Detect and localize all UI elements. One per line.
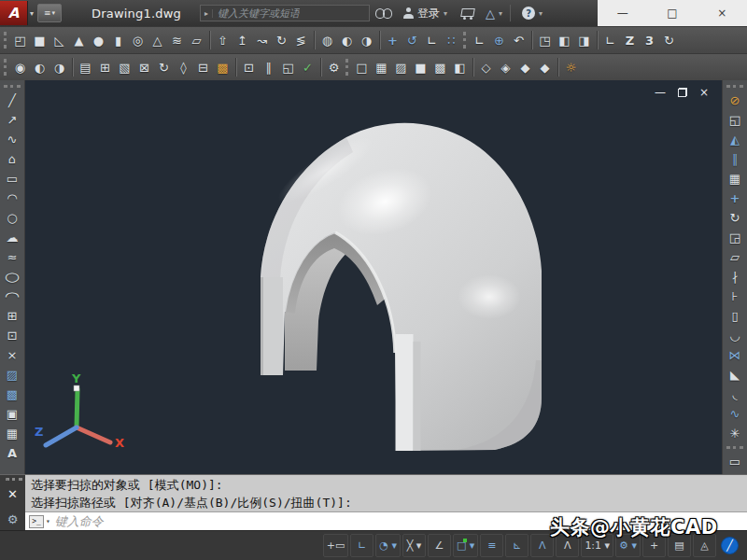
- hatch-icon[interactable]: ▨: [2, 365, 23, 385]
- visual-styles-manager-icon[interactable]: ⚙: [324, 57, 344, 78]
- vs-conceptual-icon[interactable]: ▩: [430, 57, 450, 78]
- osnap-tracking-icon[interactable]: ∠: [428, 534, 451, 557]
- toolbar-grip[interactable]: [4, 59, 7, 76]
- extrude-icon[interactable]: ⇧: [213, 30, 233, 51]
- search-input[interactable]: 键入关键字或短语: [213, 7, 300, 21]
- render-preset-medium-icon[interactable]: ◆: [515, 57, 535, 78]
- chevron-down-icon[interactable]: ▾: [46, 517, 50, 525]
- 3d-move-icon[interactable]: +: [383, 30, 402, 51]
- toolbar-grip[interactable]: [4, 85, 21, 88]
- pyramid-icon[interactable]: △: [148, 30, 167, 51]
- intersect-solids-icon[interactable]: ◑: [49, 57, 69, 78]
- revolve-icon[interactable]: ↻: [272, 30, 291, 51]
- create-block-icon[interactable]: ⊡: [2, 326, 23, 345]
- 3d-rotate-icon[interactable]: ↺: [402, 30, 422, 51]
- sphere-icon[interactable]: ●: [89, 30, 108, 51]
- vs-shaded-icon[interactable]: ◧: [450, 57, 470, 78]
- viewport-restore-button[interactable]: [678, 88, 687, 97]
- blend-curves-icon[interactable]: ∿: [725, 404, 746, 424]
- ucs-z-axis-icon[interactable]: Z: [620, 30, 640, 51]
- table-icon[interactable]: ▦: [2, 424, 23, 443]
- construction-line-icon[interactable]: ↗: [2, 110, 23, 130]
- copy-icon[interactable]: ◱: [725, 110, 746, 130]
- rotate-faces-icon[interactable]: ↻: [154, 57, 174, 78]
- presspull-icon[interactable]: ↥: [233, 30, 252, 51]
- rotate-icon[interactable]: ↻: [725, 208, 746, 228]
- break-icon[interactable]: ◡: [725, 326, 746, 345]
- ucs-face-icon[interactable]: ◳: [535, 30, 555, 51]
- chevron-down-icon[interactable]: ▾: [539, 9, 543, 18]
- insert-block-icon[interactable]: ⊞: [2, 306, 23, 326]
- box-icon[interactable]: ■: [30, 30, 49, 51]
- edit-polyline-icon[interactable]: ▭: [725, 452, 746, 471]
- check-icon[interactable]: ✓: [298, 57, 317, 78]
- circle-icon[interactable]: ○: [2, 208, 23, 228]
- planar-surface-icon[interactable]: ▱: [187, 30, 206, 51]
- revision-cloud-icon[interactable]: ☁: [2, 228, 23, 247]
- sweep-icon[interactable]: ↝: [252, 30, 272, 51]
- ortho-mode-icon[interactable]: ∟: [350, 534, 374, 557]
- arc-icon[interactable]: ◠: [2, 189, 23, 208]
- helix-icon[interactable]: ≋: [167, 30, 187, 51]
- line-icon[interactable]: ╱: [2, 91, 23, 110]
- join-icon[interactable]: ⋈: [725, 345, 746, 365]
- polyline-icon[interactable]: ∿: [2, 130, 23, 149]
- isometric-drafting-icon[interactable]: ╳ ▾: [402, 534, 426, 557]
- quick-access-customize-button[interactable]: ≡▾: [37, 4, 62, 22]
- lineweight-icon[interactable]: ≡: [480, 534, 503, 557]
- array-icon[interactable]: ▦: [725, 169, 746, 189]
- ellipse-icon[interactable]: ○: [2, 267, 23, 287]
- mirror-icon[interactable]: ◭: [725, 130, 746, 149]
- vs-realistic-icon[interactable]: ■: [411, 57, 430, 78]
- trim-icon[interactable]: ∤: [725, 267, 746, 287]
- maximize-button[interactable]: □: [647, 0, 697, 26]
- render-icon[interactable]: ☼: [561, 57, 581, 78]
- minimize-button[interactable]: —: [598, 0, 647, 26]
- chevron-down-icon[interactable]: ▾: [499, 9, 502, 18]
- object-snap-icon[interactable]: □ ▾: [453, 534, 478, 557]
- app-logo-button[interactable]: A: [0, 1, 28, 25]
- help-button[interactable]: ?: [522, 7, 535, 20]
- fillet-icon[interactable]: ◟: [725, 385, 746, 404]
- autodesk-360-icon[interactable]: △: [486, 7, 495, 21]
- torus-icon[interactable]: ◎: [128, 30, 148, 51]
- copy-faces-icon[interactable]: ⊟: [193, 57, 213, 78]
- graphics-performance-icon[interactable]: ╱: [718, 534, 741, 557]
- command-customize-wrench-icon[interactable]: ⚙: [0, 512, 25, 526]
- polar-tracking-icon[interactable]: ◔ ▾: [375, 534, 401, 557]
- color-faces-icon[interactable]: ▩: [213, 57, 233, 78]
- region-icon[interactable]: ▣: [2, 404, 23, 424]
- viewport-close-button[interactable]: ×: [699, 86, 709, 99]
- command-window-grip[interactable]: [6, 478, 22, 481]
- viewport-minimize-button[interactable]: —: [655, 86, 666, 99]
- erase-icon[interactable]: ⊘: [725, 91, 746, 110]
- wedge-icon[interactable]: ◺: [49, 30, 69, 51]
- move-icon[interactable]: +: [725, 189, 746, 208]
- vs-wireframe-icon[interactable]: ▦: [372, 57, 391, 78]
- extend-icon[interactable]: ⊦: [725, 287, 746, 306]
- shell-icon[interactable]: ◱: [278, 57, 298, 78]
- ucs-world-icon[interactable]: ⊕: [489, 30, 509, 51]
- app-menu-caret-icon[interactable]: ▾: [30, 9, 34, 18]
- dynamic-ucs-icon[interactable]: ⊾: [505, 534, 529, 557]
- move-faces-icon[interactable]: ⊞: [95, 57, 115, 78]
- drawing-viewport[interactable]: — ×: [25, 80, 722, 474]
- scale-icon[interactable]: ◲: [725, 228, 746, 247]
- command-input[interactable]: 键入命令: [55, 513, 104, 530]
- ucs-icon[interactable]: ∟: [470, 30, 489, 51]
- ucs-rotate-x-icon[interactable]: ↻: [659, 30, 679, 51]
- render-preset-high-icon[interactable]: ◆: [535, 57, 555, 78]
- multiline-text-icon[interactable]: A: [2, 443, 23, 463]
- spline-icon[interactable]: ≈: [2, 247, 23, 267]
- ucs-object-icon[interactable]: ◧: [555, 30, 574, 51]
- command-close-icon[interactable]: ✕: [0, 487, 25, 501]
- toolbar-grip[interactable]: [726, 446, 743, 449]
- union-solids-icon[interactable]: ◉: [10, 57, 30, 78]
- extrude-faces-icon[interactable]: ▤: [76, 57, 95, 78]
- intersect-icon[interactable]: ◑: [357, 30, 376, 51]
- rectangle-icon[interactable]: ▭: [2, 169, 23, 189]
- gradient-icon[interactable]: ▩: [2, 385, 23, 404]
- ucs-previous-icon[interactable]: ↶: [509, 30, 529, 51]
- search-box[interactable]: ▸ 键入关键字或短语: [200, 5, 370, 21]
- loft-icon[interactable]: ≶: [291, 30, 311, 51]
